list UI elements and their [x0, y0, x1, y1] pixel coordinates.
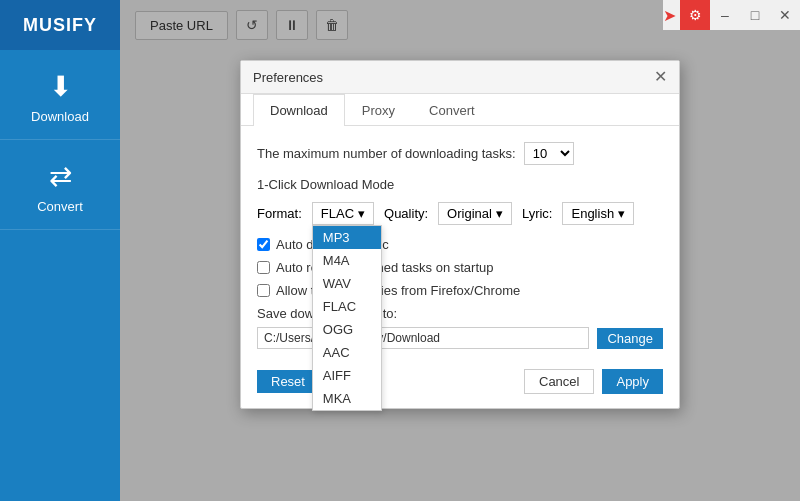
sidebar: MUSIFY ⬇ Download ⇄ Convert — [0, 0, 120, 501]
dialog-title: Preferences — [253, 70, 323, 85]
auto-download-checkbox[interactable] — [257, 238, 270, 251]
close-button[interactable]: ✕ — [770, 0, 800, 30]
convert-icon: ⇄ — [49, 160, 72, 193]
tab-download[interactable]: Download — [253, 94, 345, 126]
tab-proxy[interactable]: Proxy — [345, 94, 412, 126]
sidebar-convert-label: Convert — [37, 199, 83, 214]
lyric-label: Lyric: — [522, 206, 553, 221]
format-option-flac[interactable]: FLAC — [313, 295, 381, 318]
auto-remove-checkbox[interactable] — [257, 261, 270, 274]
quality-value: Original — [447, 206, 492, 221]
format-chevron-icon: ▾ — [358, 206, 365, 221]
footer-right: Cancel Apply — [524, 369, 663, 394]
titlebar-arrow: ➤ — [663, 6, 676, 25]
main-content: Paste URL ↺ ⏸ 🗑 Preferences ✕ Download P… — [120, 0, 800, 501]
format-option-mp3[interactable]: MP3 — [313, 226, 381, 249]
minimize-button[interactable]: – — [710, 0, 740, 30]
format-option-aiff[interactable]: AIFF — [313, 364, 381, 387]
change-button[interactable]: Change — [597, 328, 663, 349]
max-tasks-select[interactable]: 10 5 20 — [524, 142, 574, 165]
lyric-dropdown[interactable]: English ▾ — [562, 202, 634, 225]
apply-button[interactable]: Apply — [602, 369, 663, 394]
sidebar-item-download[interactable]: ⬇ Download — [0, 50, 120, 140]
dialog-footer: Reset Cancel Apply — [241, 359, 679, 408]
app-logo: MUSIFY — [0, 0, 120, 50]
format-dropdown-wrapper: FLAC ▾ MP3 M4A WAV FLAC OGG AAC AIFF — [312, 202, 374, 225]
format-option-mka[interactable]: MKA — [313, 387, 381, 410]
dialog-tabs: Download Proxy Convert — [241, 94, 679, 126]
lyric-value: English — [571, 206, 614, 221]
allow-cookies-checkbox[interactable] — [257, 284, 270, 297]
format-dropdown-trigger[interactable]: FLAC ▾ — [312, 202, 374, 225]
max-tasks-row: The maximum number of downloading tasks:… — [257, 142, 663, 165]
sidebar-item-convert[interactable]: ⇄ Convert — [0, 140, 120, 230]
format-dropdown-menu: MP3 M4A WAV FLAC OGG AAC AIFF MKA — [312, 225, 382, 411]
dialog-body: The maximum number of downloading tasks:… — [241, 126, 679, 359]
quality-chevron-icon: ▾ — [496, 206, 503, 221]
titlebar: ➤ ⚙ – □ ✕ — [663, 0, 800, 30]
auto-remove-label: Auto remove finished tasks on startup — [276, 260, 494, 275]
format-label: Format: — [257, 206, 302, 221]
format-option-m4a[interactable]: M4A — [313, 249, 381, 272]
reset-button[interactable]: Reset — [257, 370, 319, 393]
format-option-wav[interactable]: WAV — [313, 272, 381, 295]
tab-convert[interactable]: Convert — [412, 94, 492, 126]
maximize-button[interactable]: □ — [740, 0, 770, 30]
format-row: Format: FLAC ▾ MP3 M4A WAV FLAC — [257, 202, 663, 225]
format-value: FLAC — [321, 206, 354, 221]
sidebar-download-label: Download — [31, 109, 89, 124]
cancel-button[interactable]: Cancel — [524, 369, 594, 394]
modal-overlay: Preferences ✕ Download Proxy Convert The… — [120, 0, 800, 501]
oneclick-label: 1-Click Download Mode — [257, 177, 663, 192]
quality-dropdown[interactable]: Original ▾ — [438, 202, 512, 225]
save-path-input[interactable] — [257, 327, 589, 349]
dialog-header: Preferences ✕ — [241, 61, 679, 94]
settings-button[interactable]: ⚙ — [680, 0, 710, 30]
format-option-aac[interactable]: AAC — [313, 341, 381, 364]
max-tasks-label: The maximum number of downloading tasks: — [257, 146, 516, 161]
dialog-close-button[interactable]: ✕ — [654, 69, 667, 85]
format-option-ogg[interactable]: OGG — [313, 318, 381, 341]
lyric-chevron-icon: ▾ — [618, 206, 625, 221]
download-icon: ⬇ — [49, 70, 72, 103]
quality-label: Quality: — [384, 206, 428, 221]
preferences-dialog: Preferences ✕ Download Proxy Convert The… — [240, 60, 680, 409]
